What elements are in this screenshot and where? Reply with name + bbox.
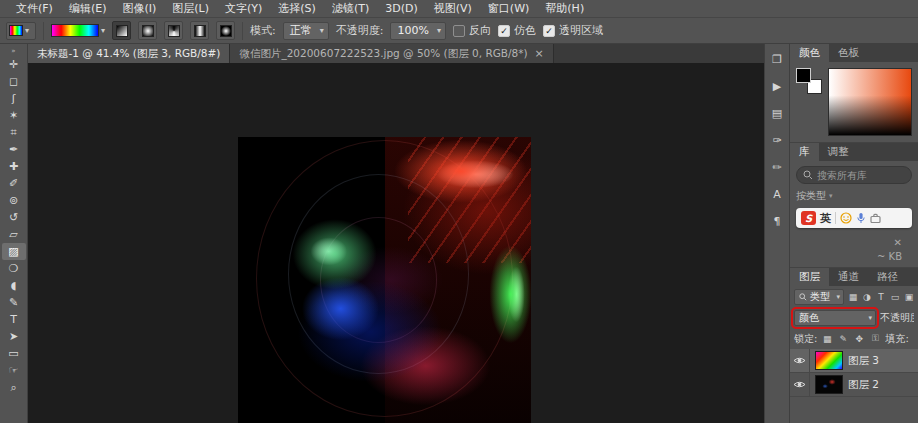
brush-tool[interactable]: ✐	[2, 175, 26, 192]
layer-row-3[interactable]: 图层 3	[790, 349, 918, 373]
libraries-panel-body: 按类型 S 英 ✕ ~ KB	[790, 161, 918, 267]
menu-item-3d[interactable]: 3D(D)	[377, 2, 426, 15]
dither-checkbox[interactable]	[498, 25, 510, 37]
tab-layers[interactable]: 图层	[790, 268, 829, 286]
move-tool[interactable]: ✛	[2, 56, 26, 73]
zoom-tool[interactable]: ⌕	[2, 379, 26, 396]
magic-wand-tool[interactable]: ✶	[2, 107, 26, 124]
dither-option: 仿色	[498, 23, 536, 38]
layer-filter-type-select[interactable]: 类型	[794, 289, 844, 305]
pixel-filter-icon[interactable]: ▦	[848, 290, 858, 304]
menu-item-edit[interactable]: 编辑(E)	[61, 1, 115, 16]
lasso-tool[interactable]: ʃ	[2, 90, 26, 107]
shape-tool[interactable]: ▭	[2, 345, 26, 362]
document-tab-active[interactable]: 未标题-1 @ 41.4% (图层 3, RGB/8#)	[28, 44, 230, 63]
sogou-logo-icon[interactable]: S	[801, 211, 816, 225]
tab-adjustments[interactable]: 调整	[819, 143, 858, 161]
layer-blend-mode-select[interactable]: 颜色	[794, 310, 876, 326]
close-icon[interactable]: ×	[535, 47, 544, 60]
reflected-gradient-icon[interactable]	[190, 21, 209, 40]
sync-close-icon[interactable]: ✕	[894, 237, 902, 248]
lock-image-pixels-icon[interactable]: ✎	[837, 332, 849, 345]
lock-all-icon[interactable]: ⚿	[869, 332, 881, 345]
properties-panel-icon[interactable]: ▤	[767, 104, 787, 122]
crop-tool[interactable]: ⌗	[2, 124, 26, 141]
menu-item-layer[interactable]: 图层(L)	[164, 1, 217, 16]
eyedropper-tool[interactable]: ✒	[2, 141, 26, 158]
library-sort-select[interactable]: 按类型	[796, 189, 912, 203]
brush-settings-panel-icon[interactable]: ✑	[767, 131, 787, 149]
menu-item-select[interactable]: 选择(S)	[270, 1, 324, 16]
dodge-tool[interactable]: ◖	[2, 277, 26, 294]
type-filter-icon[interactable]: T	[876, 290, 886, 304]
path-selection-tool[interactable]: ➤	[2, 328, 26, 345]
artwork-light-glows	[238, 137, 531, 423]
opacity-select[interactable]: 100%	[390, 22, 445, 40]
clone-source-panel-icon[interactable]: ✏	[767, 158, 787, 176]
layer-thumbnail[interactable]	[815, 375, 843, 394]
lock-transparent-pixels-icon[interactable]: ▦	[821, 332, 833, 345]
reverse-checkbox[interactable]	[453, 25, 465, 37]
adjustment-filter-icon[interactable]: ◑	[862, 290, 872, 304]
history-brush-tool[interactable]: ↺	[2, 209, 26, 226]
ime-language-indicator[interactable]: 英	[820, 211, 831, 226]
tab-color[interactable]: 颜色	[790, 44, 829, 62]
menu-item-window[interactable]: 窗口(W)	[480, 1, 537, 16]
history-panel-icon[interactable]: ❐	[767, 50, 787, 68]
libraries-panel-tabs: 库 调整	[790, 143, 918, 161]
visibility-toggle[interactable]	[790, 349, 810, 372]
ime-toolbar[interactable]: S 英	[796, 208, 912, 228]
diamond-gradient-icon[interactable]	[216, 21, 235, 40]
marquee-tool[interactable]: ◻	[2, 73, 26, 90]
radial-gradient-icon[interactable]	[138, 21, 157, 40]
canvas[interactable]	[28, 63, 764, 423]
blur-tool[interactable]: ❍	[2, 260, 26, 277]
menu-item-help[interactable]: 帮助(H)	[537, 1, 592, 16]
pen-tool[interactable]: ✎	[2, 294, 26, 311]
tool-preset-picker[interactable]	[6, 22, 36, 40]
toolbox-icon[interactable]	[870, 213, 881, 224]
blend-mode-select[interactable]: 正常	[283, 22, 329, 40]
layer-name[interactable]: 图层 3	[848, 354, 879, 368]
lock-position-icon[interactable]: ✥	[853, 332, 865, 345]
linear-gradient-icon[interactable]	[112, 21, 131, 40]
visibility-toggle[interactable]	[790, 373, 810, 396]
type-tool[interactable]: T	[2, 311, 26, 328]
eraser-tool[interactable]: ▱	[2, 226, 26, 243]
document-tab-inactive[interactable]: 微信图片_20200607222523.jpg @ 50% (图层 0, RGB…	[230, 44, 553, 63]
menu-item-filter[interactable]: 滤镜(T)	[324, 1, 377, 16]
layer-thumbnail[interactable]	[815, 351, 843, 370]
clone-stamp-tool[interactable]: ⊚	[2, 192, 26, 209]
character-panel-icon[interactable]: A	[767, 185, 787, 203]
foreground-background-swatches[interactable]	[796, 68, 822, 94]
foreground-color-swatch[interactable]	[796, 68, 811, 83]
tab-paths[interactable]: 路径	[868, 268, 907, 286]
tab-libraries[interactable]: 库	[790, 143, 819, 161]
hand-tool[interactable]: ☞	[2, 362, 26, 379]
shape-filter-icon[interactable]: ▭	[890, 290, 900, 304]
color-picker-field[interactable]	[828, 68, 912, 136]
smart-object-filter-icon[interactable]: ▣	[904, 290, 914, 304]
microphone-icon[interactable]	[856, 212, 866, 224]
menu-item-view[interactable]: 视图(V)	[426, 1, 480, 16]
actions-panel-icon[interactable]: ▶	[767, 77, 787, 95]
angle-gradient-icon[interactable]	[164, 21, 183, 40]
tab-channels[interactable]: 通道	[829, 268, 868, 286]
menu-item-type[interactable]: 文字(Y)	[217, 1, 270, 16]
toolbar-collapse-icon[interactable]: »	[11, 46, 15, 56]
emoji-icon[interactable]	[840, 212, 852, 224]
paragraph-panel-icon[interactable]: ¶	[767, 212, 787, 230]
library-search-input[interactable]	[817, 170, 905, 181]
menu-item-image[interactable]: 图像(I)	[114, 1, 164, 16]
color-panel: 颜色 色板	[790, 44, 918, 143]
layer-row-2[interactable]: 图层 2	[790, 373, 918, 397]
gradient-tool[interactable]: ▨	[2, 243, 26, 260]
layer-name[interactable]: 图层 2	[848, 378, 879, 392]
gradient-picker[interactable]	[51, 24, 105, 37]
menu-item-file[interactable]: 文件(F)	[8, 1, 61, 16]
tab-swatches[interactable]: 色板	[829, 44, 868, 62]
transparency-checkbox[interactable]	[543, 25, 555, 37]
library-search-box[interactable]	[796, 166, 912, 184]
tool-options-bar: 模式: 正常 不透明度: 100% 反向 仿色 透明区域	[0, 18, 918, 44]
healing-brush-tool[interactable]: ✚	[2, 158, 26, 175]
